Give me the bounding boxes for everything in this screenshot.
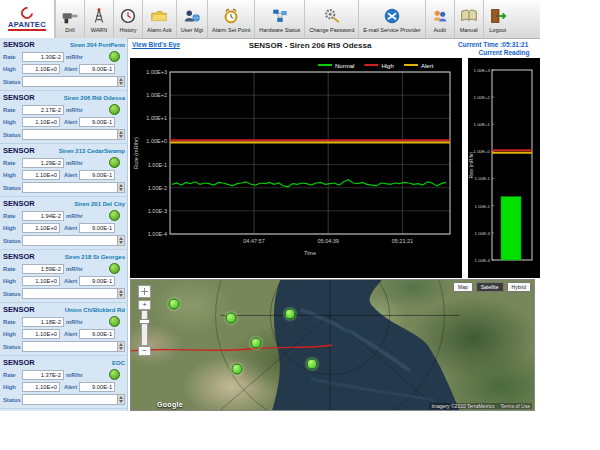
- svg-text:1.00E-3: 1.00E-3: [475, 231, 491, 236]
- network-icon: [270, 6, 290, 26]
- toolbar-label: Change Password: [309, 27, 354, 33]
- zoom-slider-thumb[interactable]: [139, 319, 150, 324]
- rate-label: Rate: [3, 107, 20, 113]
- sensor-panel[interactable]: SENSORUnion Ch/Blckbrd RdRate1.18E-2mR/h…: [0, 303, 128, 356]
- sensor-panel[interactable]: SENSORSiren 206 Rt9 OdessaRate2.17E-2mR/…: [0, 91, 128, 144]
- status-field[interactable]: [22, 235, 125, 246]
- sensor-panel[interactable]: SENSOREOCRate1.37E-2mR/hrHigh1.10E+0Aler…: [0, 356, 128, 409]
- sensor-marker-icon[interactable]: [250, 338, 261, 349]
- status-led-icon: [109, 316, 120, 327]
- toolbar-label: User Mgt: [181, 27, 203, 33]
- spinner-icon[interactable]: [117, 395, 124, 404]
- sensor-marker-icon[interactable]: [225, 313, 236, 324]
- svg-text:Time: Time: [304, 250, 316, 256]
- sensor-marker-icon[interactable]: [232, 363, 243, 374]
- toolbar-button-alarm-set-point[interactable]: Alarm Set Point: [207, 0, 254, 38]
- toolbar-label: Audit: [433, 27, 446, 33]
- toolbar-button-audit[interactable]: Audit: [425, 0, 454, 38]
- alert-value: 9.00E-1: [79, 382, 115, 392]
- status-field[interactable]: [22, 394, 125, 405]
- view-birds-eye-link[interactable]: View Bird's Eye: [132, 41, 180, 48]
- svg-text:Rate (mR/hr): Rate (mR/hr): [133, 137, 139, 169]
- status-label: Status: [3, 238, 20, 244]
- sensor-panel[interactable]: SENSORSiren 204 PortPennRate1.30E-2mR/hr…: [0, 38, 128, 91]
- sensor-name: Union Ch/Blckbrd Rd: [65, 307, 125, 313]
- spinner-icon[interactable]: [117, 183, 124, 192]
- high-label: High: [3, 66, 20, 72]
- trend-chart-canvas: 1.00E+31.00E+21.00E+11.00E+01.00E-11.00E…: [130, 58, 462, 278]
- toolbar-button-manual[interactable]: Manual: [454, 0, 483, 38]
- globe-icon: [382, 6, 402, 26]
- sensor-panel[interactable]: SENSORSiren 218 St GeorgesRate1.59E-2mR/…: [0, 250, 128, 303]
- toolbar-button-alarm-ack[interactable]: Alarm Ack: [142, 0, 176, 38]
- sensor-name: Siren 213 CedarSwamp: [59, 148, 125, 154]
- toolbar-button-email-service-provider[interactable]: E-mail Service Provider: [358, 0, 424, 38]
- alert-label: Alert: [64, 384, 77, 390]
- rate-label: Rate: [3, 54, 20, 60]
- pan-control-icon[interactable]: [138, 285, 151, 298]
- svg-text:1.00E+2: 1.00E+2: [474, 95, 491, 100]
- svg-text:Rate (mR/hr): Rate (mR/hr): [469, 151, 474, 178]
- svg-text:05:04:39: 05:04:39: [317, 238, 338, 244]
- toolbar-button-user-mgt[interactable]: User Mgt: [176, 0, 207, 38]
- current-reading-title: Current Reading: [466, 49, 542, 56]
- toolbar-button-logout[interactable]: Logout: [483, 0, 512, 38]
- door-arrow-icon: [488, 6, 508, 26]
- status-field[interactable]: [22, 76, 125, 87]
- svg-text:1.00E-4: 1.00E-4: [475, 258, 491, 263]
- toolbar-button-drill[interactable]: Drill: [55, 0, 84, 38]
- spinner-icon[interactable]: [117, 236, 124, 245]
- toolbar-button-warn[interactable]: WARN: [84, 0, 113, 38]
- toolbar-label: Manual: [460, 27, 478, 33]
- rate-label: Rate: [3, 266, 20, 272]
- toolbar-label: Drill: [65, 27, 74, 33]
- sensor-name: EOC: [112, 360, 125, 366]
- sensor-marker-icon[interactable]: [168, 298, 179, 309]
- toolbar-button-history[interactable]: History: [113, 0, 142, 38]
- spinner-icon[interactable]: [117, 289, 124, 298]
- toolbar-button-hardware-status[interactable]: Hardware Status: [254, 0, 304, 38]
- map-type-button-satellite[interactable]: Satellite: [476, 282, 504, 292]
- status-field[interactable]: [22, 182, 125, 193]
- svg-text:1.00E+3: 1.00E+3: [474, 68, 491, 73]
- status-field[interactable]: [22, 129, 125, 140]
- unit-label: mR/hr: [66, 266, 83, 272]
- high-label: High: [3, 172, 20, 178]
- zoom-out-button[interactable]: −: [138, 346, 151, 356]
- sensor-panel[interactable]: SENSORSiren 201 Del CityRate1.94E-2mR/hr…: [0, 197, 128, 250]
- toolbar-button-change-password[interactable]: Change Password: [304, 0, 358, 38]
- status-led-icon: [109, 263, 120, 274]
- map-type-buttons: Map Satellite Hybrid: [453, 282, 531, 292]
- sensor-panel[interactable]: SENSORSiren 213 CedarSwampRate1.29E-2mR/…: [0, 144, 128, 197]
- svg-text:1.00E+0: 1.00E+0: [146, 138, 167, 144]
- map-overlay: [131, 280, 534, 410]
- zoom-slider[interactable]: [141, 310, 148, 346]
- terms-link[interactable]: Terms of Use: [501, 403, 530, 409]
- map-type-button-map[interactable]: Map: [453, 282, 473, 292]
- svg-text:Alert: Alert: [421, 63, 434, 69]
- sensor-name: Siren 218 St Georges: [65, 254, 125, 260]
- rate-value: 2.17E-2: [22, 105, 64, 115]
- high-value: 1.10E+0: [22, 276, 60, 286]
- status-field[interactable]: [22, 288, 125, 299]
- sensor-marker-icon[interactable]: [306, 358, 317, 369]
- spinner-icon[interactable]: [117, 342, 124, 351]
- alert-label: Alert: [64, 278, 77, 284]
- folder-icon: [149, 6, 169, 26]
- spinner-icon[interactable]: [117, 130, 124, 139]
- alert-label: Alert: [64, 225, 77, 231]
- status-label: Status: [3, 397, 20, 403]
- alert-value: 9.00E-1: [79, 170, 115, 180]
- spinner-icon[interactable]: [117, 77, 124, 86]
- satellite-map[interactable]: Map Satellite Hybrid + − Google Imagery …: [130, 279, 535, 411]
- book-icon: [459, 6, 479, 26]
- sensor-marker-icon[interactable]: [285, 309, 296, 320]
- map-type-button-hybrid[interactable]: Hybrid: [507, 282, 531, 292]
- rate-value: 1.94E-2: [22, 211, 64, 221]
- status-field[interactable]: [22, 341, 125, 352]
- sensor-label: SENSOR: [3, 252, 35, 261]
- high-value: 1.10E+0: [22, 170, 60, 180]
- alert-value: 9.00E-1: [79, 117, 115, 127]
- status-label: Status: [3, 79, 20, 85]
- zoom-in-button[interactable]: +: [138, 300, 151, 310]
